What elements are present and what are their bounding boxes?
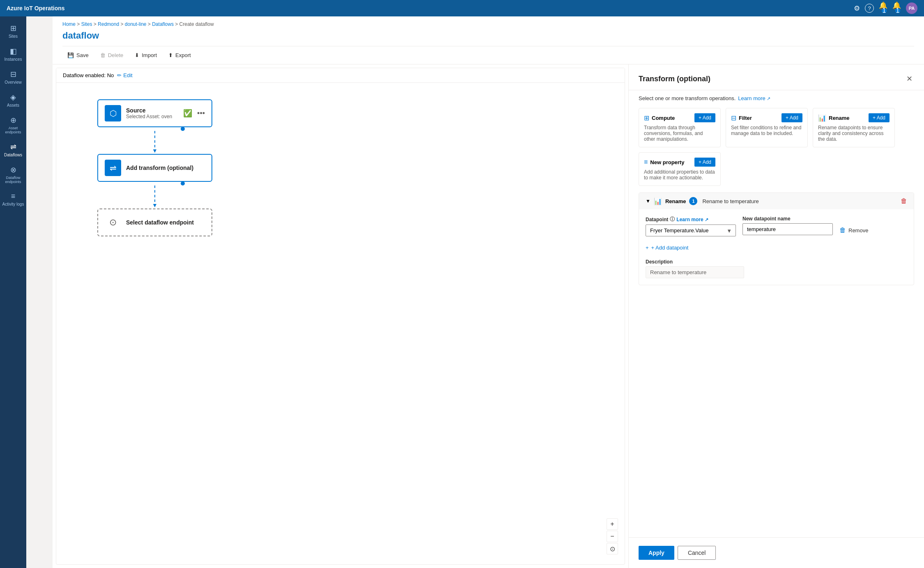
rename-section-title: Rename xyxy=(665,198,686,204)
zoom-out-button[interactable]: − xyxy=(607,531,618,542)
settings-icon[interactable]: ⚙ xyxy=(854,4,860,13)
top-nav: Azure IoT Operations ⚙ ? 🔔 1 🔔 1 PA xyxy=(0,0,924,16)
endpoint-box-icon: ⊙ xyxy=(109,217,117,228)
canvas-inner: ⬡ Source Selected Asset: oven ✅ ••• ▼ xyxy=(56,83,625,561)
flow-canvas: Dataflow enabled: No ✏ Edit ⬡ Source xyxy=(56,68,625,565)
rename-section-header[interactable]: ▼ 📊 Rename 1 Rename to temperature 🗑 xyxy=(639,193,914,209)
datapoint-select-wrapper: Fryer Temperature.Value ▼ xyxy=(646,224,736,236)
assets-icon: ◈ xyxy=(10,93,16,102)
datapoint-select[interactable]: Fryer Temperature.Value xyxy=(646,224,736,236)
new-property-title-group: ≡ New property xyxy=(644,158,684,166)
new-datapoint-input[interactable] xyxy=(742,223,833,235)
transform-card-filter: ⊟ Filter + Add Set filter conditions to … xyxy=(726,108,808,147)
fit-button[interactable]: ⊙ xyxy=(607,543,618,554)
dataflow-endpoints-icon: ⊗ xyxy=(10,165,16,174)
breadcrumb-dataflows[interactable]: Dataflows xyxy=(152,21,174,27)
zoom-in-button[interactable]: + xyxy=(607,518,618,530)
source-node-info: Source Selected Asset: oven xyxy=(126,107,178,119)
transform-node[interactable]: ⇌ Add transform (optional) xyxy=(97,154,212,182)
sidebar-item-overview[interactable]: ⊟ Overview xyxy=(0,66,26,89)
sidebar-item-dataflow-endpoints[interactable]: ⊗ Dataflow endpoints xyxy=(0,161,26,188)
save-icon: 💾 xyxy=(67,52,74,58)
datapoint-group: Datapoint ⓘ Learn more ↗ Fryer Temperatu… xyxy=(646,216,736,236)
page-header: Home > Sites > Redmond > donut-line > Da… xyxy=(53,16,924,64)
activity-logs-icon: ≡ xyxy=(11,192,16,201)
canvas-area: Dataflow enabled: No ✏ Edit ⬡ Source xyxy=(53,64,924,568)
filter-add-button[interactable]: + Add xyxy=(781,113,802,122)
source-node-title: Source xyxy=(126,107,178,114)
sidebar-label-instances: Instances xyxy=(5,57,22,62)
new-property-add-button[interactable]: + Add xyxy=(694,158,715,167)
transform-node-info: Add transform (optional) xyxy=(126,165,205,171)
new-property-title: New property xyxy=(650,159,684,165)
breadcrumb-home[interactable]: Home xyxy=(62,21,76,27)
import-button[interactable]: ⬇ Import xyxy=(130,50,162,61)
apply-button[interactable]: Apply xyxy=(639,546,674,560)
remove-button[interactable]: 🗑 Remove xyxy=(839,224,868,236)
rename-add-button[interactable]: + Add xyxy=(869,113,890,122)
transform-card-new-property: ≡ New property + Add Add additional prop… xyxy=(639,152,721,186)
sidebar-item-assets[interactable]: ◈ Assets xyxy=(0,89,26,112)
filter-title-group: ⊟ Filter xyxy=(731,114,752,122)
connector2: ▼ xyxy=(125,182,185,208)
sidebar-item-sites[interactable]: ⊞ Sites xyxy=(0,20,26,43)
source-check-icon: ✅ xyxy=(183,109,192,118)
notification1-icon[interactable]: 🔔 1 xyxy=(879,1,887,16)
sidebar-item-instances[interactable]: ◧ Instances xyxy=(0,43,26,66)
endpoint-node-icon: ⊙ xyxy=(105,214,121,231)
dataflow-enabled-text: Dataflow enabled: No xyxy=(63,72,114,78)
save-button[interactable]: 💾 Save xyxy=(62,50,94,61)
source-node[interactable]: ⬡ Source Selected Asset: oven ✅ ••• xyxy=(97,99,212,127)
transform-cards: ⊞ Compute + Add Transform data through c… xyxy=(629,106,924,192)
breadcrumb-redmond[interactable]: Redmond xyxy=(98,21,119,27)
compute-icon: ⊞ xyxy=(644,114,649,122)
main-content: Home > Sites > Redmond > donut-line > Da… xyxy=(53,16,924,568)
rename-title-group: 📊 Rename xyxy=(818,114,850,122)
transform-node-icon: ⇌ xyxy=(105,160,121,176)
endpoint-node[interactable]: ⊙ Select dataflow endpoint xyxy=(97,208,212,236)
sidebar-item-dataflows[interactable]: ⇌ Dataflows xyxy=(0,138,26,161)
avatar[interactable]: PA xyxy=(906,2,917,14)
source-dots-icon[interactable]: ••• xyxy=(197,109,205,118)
rename-badge: 1 xyxy=(689,197,697,205)
sidebar-label-dataflows: Dataflows xyxy=(4,153,22,157)
notification2-icon[interactable]: 🔔 1 xyxy=(892,1,901,16)
panel-footer: Apply Cancel xyxy=(629,537,924,568)
panel-title: Transform (optional) xyxy=(639,75,710,83)
description-input[interactable] xyxy=(646,266,744,278)
panel-subtitle-text: Select one or more transform operations. xyxy=(639,95,736,101)
help-icon[interactable]: ? xyxy=(865,4,874,13)
sidebar-label-overview: Overview xyxy=(5,80,22,85)
sidebar-item-activity-logs[interactable]: ≡ Activity logs xyxy=(0,188,26,211)
datapoint-learn-more[interactable]: Learn more ↗ xyxy=(676,217,708,222)
panel-learn-more-link[interactable]: Learn more ↗ xyxy=(738,95,770,101)
new-property-card-header: ≡ New property + Add xyxy=(644,158,715,167)
chevron-down-icon: ▼ xyxy=(646,198,650,204)
edit-link[interactable]: ✏ Edit xyxy=(117,72,132,78)
sidebar-label-asset-endpoints: Asset endpoints xyxy=(0,126,26,134)
filter-icon: ⊟ xyxy=(731,114,736,122)
breadcrumb-sites[interactable]: Sites xyxy=(81,21,92,27)
connector1-line xyxy=(154,131,155,147)
compute-add-button[interactable]: + Add xyxy=(694,113,715,122)
right-panel: Transform (optional) ✕ Select one or mor… xyxy=(628,64,924,568)
sidebar-label-sites: Sites xyxy=(9,34,18,39)
panel-close-button[interactable]: ✕ xyxy=(905,73,914,85)
add-datapoint-button[interactable]: + + Add datapoint xyxy=(646,243,688,252)
rename-section-icon: 📊 xyxy=(654,197,662,205)
new-datapoint-label: New datapoint name xyxy=(742,216,833,222)
toolbar: 💾 Save 🗑 Delete ⬇ Import ⬆ Export xyxy=(62,46,914,64)
export-button[interactable]: ⬆ Export xyxy=(163,50,196,61)
delete-button[interactable]: 🗑 Delete xyxy=(95,50,129,61)
transform-card-rename: 📊 Rename + Add Rename datapoints to ensu… xyxy=(813,108,895,147)
rename-delete-button[interactable]: 🗑 xyxy=(901,197,907,205)
breadcrumb-donut-line[interactable]: donut-line xyxy=(125,21,147,27)
sidebar-item-asset-endpoints[interactable]: ⊕ Asset endpoints xyxy=(0,112,26,138)
new-property-icon: ≡ xyxy=(644,158,648,166)
rename-body: Datapoint ⓘ Learn more ↗ Fryer Temperatu… xyxy=(639,209,914,285)
flow-nodes: ⬡ Source Selected Asset: oven ✅ ••• ▼ xyxy=(97,83,212,236)
cancel-button[interactable]: Cancel xyxy=(678,546,716,560)
sidebar-label-dataflow-endpoints: Dataflow endpoints xyxy=(0,176,26,184)
datapoint-external-icon: ↗ xyxy=(705,217,708,222)
panel-subtitle: Select one or more transform operations.… xyxy=(629,90,924,106)
